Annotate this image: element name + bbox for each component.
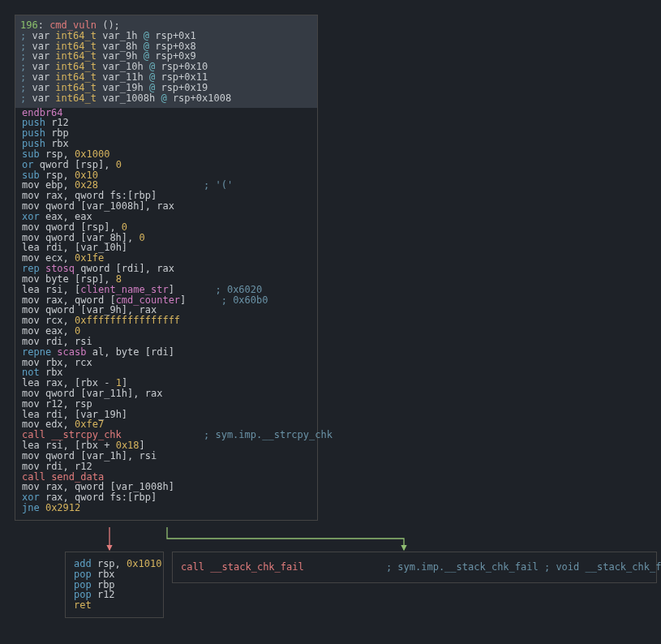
token-punct: , [63, 357, 75, 368]
token-reg: rbp [133, 492, 151, 503]
token-reg: r12 [97, 589, 115, 600]
token-var-type: int64_t [55, 92, 102, 104]
token-punct: , [104, 346, 115, 358]
token-cmt: ; 0x60b0 [221, 294, 268, 306]
token-num: 0x1010 [127, 558, 161, 569]
basic-block-exit[interactable]: add rsp, 0x1010pop rbxpop rbppop r12ret [65, 552, 164, 618]
asm-line[interactable]: ret [74, 600, 155, 611]
token-var-name: rsp+0x1008 [173, 92, 231, 104]
asm-line[interactable]: mov rbx, rcx [22, 358, 311, 368]
asm-line[interactable]: jne 0x2912 [22, 503, 311, 513]
asm-line[interactable]: ; var int64_t var_1008h @ rsp+0x1008 [20, 93, 312, 104]
token-num: 0 [139, 232, 145, 243]
token-reg: rcx [75, 357, 92, 368]
token-punct: ], [139, 263, 157, 274]
token-num: 0x2912 [45, 502, 80, 513]
asm-line[interactable]: call __stack_chk_fail ; sym.imp.__stack_… [181, 562, 648, 573]
token-var-name: var_1008h [102, 92, 155, 104]
token-punct: [ [139, 346, 151, 358]
block-body: add rsp, 0x1010pop rbxpop rbppop r12ret [74, 559, 155, 611]
token-cmt: ; sym.imp.__stack_chk_fail ; void __stac… [386, 561, 661, 573]
token-cmt: ; sym.imp.__strcpy_chk [204, 429, 333, 440]
token-num: 0xffffffffffffffff [75, 315, 180, 326]
token-cmt: ; [20, 92, 32, 104]
token-mn-call: call [181, 561, 210, 573]
token-punct: ], [122, 450, 139, 462]
token-mnemonic: var [32, 92, 55, 104]
block-body: endbr64push r12push rbppush rbxsub rsp, … [22, 108, 311, 513]
token-sym-red: __stack_chk_fail [210, 561, 304, 573]
basic-block-main[interactable]: 196: cmd_vuln ();; var int64_t var_1h @ … [15, 15, 318, 521]
token-punct: ] [122, 409, 127, 420]
token-punct: ], [139, 200, 157, 212]
token-reg: var_1008h [86, 200, 139, 212]
token-reg: rdi [122, 263, 139, 274]
token-punct: ] [151, 492, 157, 503]
token-cmt: ; '(' [204, 179, 233, 191]
block-body: call __stack_chk_fail ; sym.imp.__stack_… [181, 562, 648, 573]
token-reg: var_11h [86, 388, 127, 399]
token-reg: al [92, 346, 104, 358]
block-header: 196: cmd_vuln ();; var int64_t var_1h @ … [15, 15, 317, 108]
token-punct: ] [169, 481, 174, 492]
token-num: 0 [116, 159, 122, 170]
token-punct: ] [122, 242, 127, 253]
token-reg: qword fs [75, 492, 122, 503]
token-mn-flow: jne [22, 502, 45, 513]
basic-block-stackfail[interactable]: call __stack_chk_fail ; sym.imp.__stack_… [172, 552, 657, 583]
token-punct: ], [98, 159, 116, 170]
token-reg: rax [157, 200, 174, 212]
token-reg: rax [157, 263, 174, 274]
token-mn-yellow: ret [74, 599, 92, 611]
token-reg: rsi [139, 450, 157, 462]
token-punct: , [115, 558, 127, 569]
token-reg: rdi [151, 346, 169, 358]
token-punct: ], [127, 388, 145, 399]
token-atkw: @ [155, 92, 173, 104]
token-punct [304, 561, 386, 573]
token-punct: ] [169, 346, 174, 358]
token-reg: rax [145, 388, 163, 399]
token-punct: :[ [122, 492, 133, 503]
token-punct: ] [180, 294, 221, 306]
token-reg: byte [116, 346, 139, 358]
